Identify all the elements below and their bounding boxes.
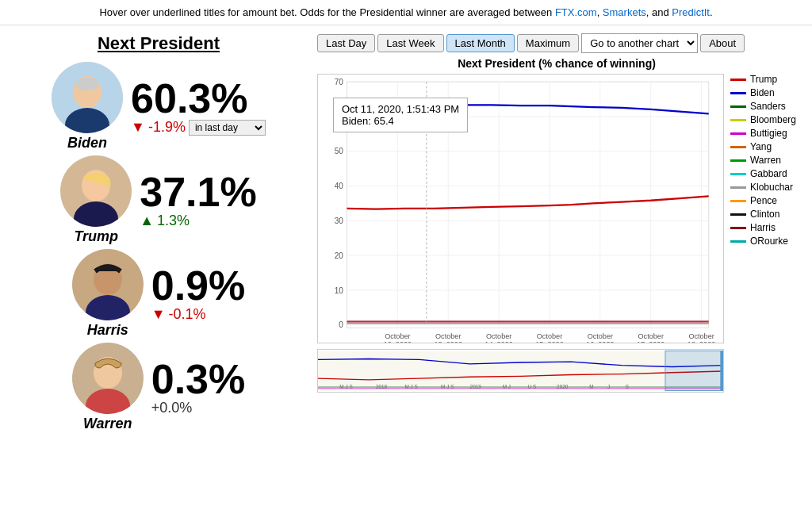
- svg-text:17, 2020: 17, 2020: [637, 340, 665, 343]
- legend-label-buttigieg: Buttigieg: [750, 128, 787, 139]
- svg-text:13, 2020: 13, 2020: [435, 340, 462, 343]
- legend-item-gabbard: Gabbard: [730, 168, 796, 179]
- legend-label-harris: Harris: [750, 222, 776, 233]
- candidate-percent-warren: 0.3%: [151, 358, 246, 400]
- btn-maximum[interactable]: Maximum: [517, 34, 579, 52]
- chart-title: Next President (% chance of winning): [317, 57, 796, 70]
- candidate-change-biden: ▼ -1.9% in last day in last week in last…: [131, 119, 266, 136]
- svg-text:M J S: M J S: [404, 383, 417, 389]
- svg-text:2020: 2020: [557, 383, 569, 389]
- candidate-biden: Biden 60.3% ▼ -1.9% in last day in last …: [16, 62, 301, 151]
- btn-last-month[interactable]: Last Month: [446, 34, 515, 52]
- chart-nav-select[interactable]: Go to another chart: [581, 33, 698, 53]
- svg-text:October: October: [435, 332, 461, 340]
- svg-text:October: October: [385, 332, 410, 340]
- svg-text:M J S: M J S: [339, 383, 352, 389]
- legend-label-trump: Trump: [750, 74, 777, 85]
- time-select-biden[interactable]: in last day in last week in last month: [189, 120, 266, 136]
- chart-graph: Oct 11, 2020, 1:51:43 PM Biden: 65.4: [317, 74, 724, 395]
- svg-text:20: 20: [335, 251, 344, 260]
- svg-rect-59: [720, 351, 723, 390]
- svg-rect-17: [347, 82, 709, 328]
- svg-text:30: 30: [335, 217, 344, 225]
- candidate-harris: Harris 0.9% ▼ -0.1%: [16, 249, 301, 339]
- candidate-percent-biden: 60.3%: [131, 78, 266, 119]
- svg-text:14, 2020: 14, 2020: [485, 340, 512, 343]
- legend-color-klobuchar: [730, 186, 746, 189]
- legend-item-biden: Biden: [730, 87, 796, 98]
- candidate-trump: Trump 37.1% ▲ 1.3%: [16, 155, 301, 245]
- candidate-info-warren: 0.3% +0.0%: [151, 358, 246, 416]
- svg-rect-58: [665, 351, 723, 390]
- svg-text:October: October: [486, 332, 511, 340]
- candidate-name-harris: Harris: [87, 322, 128, 339]
- legend-label-yang: Yang: [750, 141, 772, 152]
- btn-last-week[interactable]: Last Week: [377, 34, 443, 52]
- right-panel: Last Day Last Week Last Month Maximum Go…: [317, 33, 796, 436]
- btn-about[interactable]: About: [700, 34, 745, 52]
- btn-last-day[interactable]: Last Day: [317, 34, 375, 52]
- legend-color-orourke: [730, 240, 746, 243]
- svg-text:M J: M J: [503, 383, 511, 389]
- legend-color-yang: [730, 146, 746, 148]
- candidate-name-trump: Trump: [74, 228, 118, 245]
- legend-label-gabbard: Gabbard: [750, 168, 787, 179]
- svg-text:October: October: [537, 332, 562, 340]
- svg-point-4: [75, 78, 99, 90]
- legend-color-harris: [730, 227, 746, 229]
- legend-color-clinton: [730, 213, 746, 216]
- svg-text:October: October: [638, 332, 664, 340]
- candidate-info-harris: 0.9% ▼ -0.1%: [151, 265, 246, 323]
- svg-text:S: S: [626, 383, 629, 389]
- arrow-down-biden: ▼: [131, 119, 145, 136]
- avatar-trump: [60, 155, 132, 227]
- legend-label-biden: Biden: [750, 87, 775, 98]
- svg-text:50: 50: [335, 147, 344, 155]
- svg-text:M J S: M J S: [441, 383, 454, 389]
- svg-text:12, 2020: 12, 2020: [384, 340, 412, 343]
- svg-text:18, 2020: 18, 2020: [688, 340, 715, 343]
- legend-color-warren: [730, 159, 746, 162]
- legend-item-harris: Harris: [730, 222, 796, 233]
- candidate-warren: Warren 0.3% +0.0%: [16, 343, 301, 432]
- candidate-name-warren: Warren: [83, 416, 132, 432]
- legend-color-sanders: [730, 105, 746, 108]
- legend-item-orourke: ORourke: [730, 236, 796, 247]
- svg-text:2019: 2019: [470, 383, 482, 389]
- svg-text:70: 70: [335, 78, 344, 86]
- chart-controls: Last Day Last Week Last Month Maximum Go…: [317, 33, 796, 53]
- legend-color-buttigieg: [730, 132, 746, 135]
- candidate-change-trump: ▲ 1.3%: [140, 213, 256, 229]
- chart-area: Oct 11, 2020, 1:51:43 PM Biden: 65.4: [317, 74, 796, 395]
- mini-chart-svg[interactable]: M J S 2018 M J S M J S 2019 M J U S 2020…: [317, 349, 724, 393]
- legend-item-sanders: Sanders: [730, 101, 796, 112]
- legend-color-gabbard: [730, 173, 746, 175]
- svg-text:October: October: [588, 332, 613, 340]
- candidate-change-warren: +0.0%: [151, 400, 246, 416]
- svg-text:15, 2020: 15, 2020: [535, 340, 563, 343]
- legend-item-clinton: Clinton: [730, 209, 796, 220]
- svg-text:M: M: [589, 383, 593, 389]
- ftx-link[interactable]: FTX.com: [555, 6, 597, 18]
- svg-text:0: 0: [339, 320, 343, 329]
- predictit-link[interactable]: PredictIt: [672, 6, 710, 18]
- svg-point-56: [423, 101, 429, 106]
- avatar-biden: [52, 62, 123, 133]
- candidate-info-trump: 37.1% ▲ 1.3%: [140, 171, 256, 229]
- legend-label-sanders: Sanders: [750, 101, 786, 112]
- legend-label-pence: Pence: [750, 195, 777, 206]
- chart-legend: Trump Biden Sanders Bloomberg Buttigieg: [730, 74, 796, 395]
- main-chart-svg[interactable]: 70 60 50 40 30 20 10 0 October 12, 2020 …: [317, 74, 724, 343]
- legend-color-bloomberg: [730, 119, 746, 121]
- legend-label-klobuchar: Klobuchar: [750, 182, 793, 193]
- smarkets-link[interactable]: Smarkets: [603, 6, 646, 18]
- candidate-percent-trump: 37.1%: [140, 171, 256, 213]
- candidate-info-biden: 60.3% ▼ -1.9% in last day in last week i…: [131, 78, 266, 136]
- svg-text:U S: U S: [528, 383, 537, 389]
- left-panel: Next President Biden: [16, 33, 301, 436]
- legend-item-buttigieg: Buttigieg: [730, 128, 796, 139]
- candidate-percent-harris: 0.9%: [151, 265, 246, 306]
- candidate-name-biden: Biden: [67, 135, 107, 151]
- arrow-up-trump: ▲: [140, 213, 154, 229]
- svg-text:2018: 2018: [376, 383, 388, 389]
